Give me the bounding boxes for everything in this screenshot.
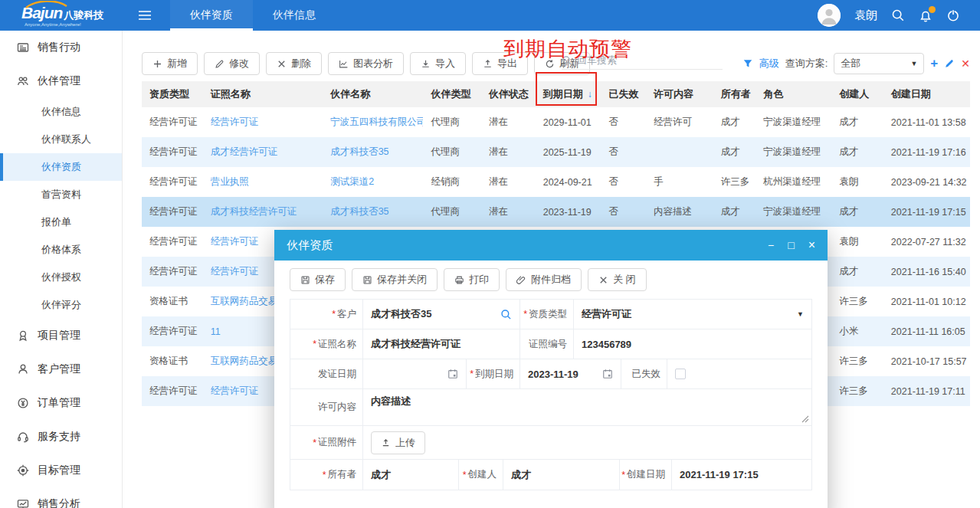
col-header-已失效[interactable]: 已失效 xyxy=(601,81,646,107)
customer-field[interactable]: 成才科技否35 xyxy=(363,300,520,329)
power-icon[interactable] xyxy=(946,8,960,22)
content-textarea[interactable]: 内容描述 xyxy=(363,389,811,425)
图表分析-button[interactable]: 图表分析 xyxy=(328,52,404,75)
search-icon[interactable] xyxy=(891,8,905,22)
issue-date-field[interactable] xyxy=(363,359,467,388)
sidebar-item-服务支持[interactable]: 服务支持 xyxy=(0,420,122,454)
col-header-创建人[interactable]: 创建人 xyxy=(831,81,883,107)
sidebar-item-伙伴联系人[interactable]: 伙伴联系人 xyxy=(0,126,122,153)
修改-button[interactable]: 修改 xyxy=(204,52,260,75)
col-header-角色[interactable]: 角色 xyxy=(755,81,831,107)
edit-scheme-icon[interactable] xyxy=(944,58,955,69)
col-header-所有者[interactable]: 所有者 xyxy=(713,81,756,107)
sidebar-item-销售行动[interactable]: 销售行动 xyxy=(0,31,122,64)
col-header-伙伴类型[interactable]: 伙伴类型 xyxy=(423,81,481,107)
tab-伙伴资质[interactable]: 伙伴资质 xyxy=(170,0,253,31)
sidebar-item-伙伴资质[interactable]: 伙伴资质 xyxy=(0,153,122,181)
sidebar-item-label: 伙伴信息 xyxy=(41,105,81,119)
sidebar-item-伙伴管理[interactable]: 伙伴管理 xyxy=(0,64,122,98)
calendar-icon[interactable] xyxy=(447,369,458,379)
cert-name-field[interactable]: 成才科技经营许可证 xyxy=(363,329,520,359)
table-row[interactable]: 经营许可证经营许可证宁波五四科技有限公司代理商潜在2029-11-01否经营许可… xyxy=(142,107,970,137)
qual-type-select[interactable]: 经营许可证 ▼ xyxy=(574,300,811,329)
modal-保存并关闭-button[interactable]: 保存并关闭 xyxy=(352,268,438,291)
invalid-checkbox[interactable] xyxy=(675,369,686,379)
customer-label: *客户 xyxy=(290,300,363,329)
col-header-伙伴状态[interactable]: 伙伴状态 xyxy=(481,81,536,107)
menu-toggle-icon[interactable] xyxy=(138,10,152,21)
cell-link[interactable]: 经营许可证 xyxy=(203,107,323,137)
lookup-search-icon[interactable] xyxy=(500,309,512,320)
owner-field[interactable]: 成才 xyxy=(363,460,459,490)
cell-link[interactable]: 成才科技否35 xyxy=(323,137,423,167)
sidebar-item-首营资料[interactable]: 首营资料 xyxy=(0,181,122,208)
col-header-许可内容[interactable]: 许可内容 xyxy=(646,81,713,107)
新增-button[interactable]: 新增 xyxy=(142,52,198,75)
modal-打印-button[interactable]: 打印 xyxy=(444,268,500,291)
sidebar-item-客户管理[interactable]: 客户管理 xyxy=(0,352,122,386)
delete-scheme-icon[interactable]: ✕ xyxy=(961,57,970,70)
avatar[interactable] xyxy=(818,4,841,27)
minimize-icon[interactable]: − xyxy=(768,240,774,251)
col-header-证照名称[interactable]: 证照名称 xyxy=(203,81,323,107)
cert-no-field[interactable]: 123456789 xyxy=(574,329,811,359)
col-header-资质类型[interactable]: 资质类型 xyxy=(142,81,203,107)
table-row[interactable]: 经营许可证成才科技经营许可证成才科技否35代理商潜在2023-11-19否内容描… xyxy=(142,197,970,227)
partner-icon xyxy=(17,75,29,87)
col-header-伙伴名称[interactable]: 伙伴名称 xyxy=(323,81,423,107)
sidebar-item-报价单[interactable]: 报价单 xyxy=(0,208,122,236)
导入-button[interactable]: 导入 xyxy=(410,52,466,75)
cell-link[interactable]: 成才科技否35 xyxy=(323,197,423,227)
删除-button[interactable]: 删除 xyxy=(266,52,322,75)
issue-date-label: 发证日期 xyxy=(290,359,363,388)
logo-text-cn: 八骏科技 xyxy=(64,8,103,22)
maximize-icon[interactable]: □ xyxy=(788,240,794,251)
upload-button[interactable]: 上传 xyxy=(371,431,425,454)
sidebar-item-label: 项目管理 xyxy=(38,329,80,342)
cell: 经营许可证 xyxy=(142,257,203,287)
sidebar-item-目标管理[interactable]: 目标管理 xyxy=(0,454,122,487)
modal-保存-button[interactable]: 保存 xyxy=(290,268,346,291)
sidebar-item-伙伴信息[interactable]: 伙伴信息 xyxy=(0,98,122,126)
tab-伙伴信息[interactable]: 伙伴信息 xyxy=(253,0,336,31)
logo-swoosh-icon xyxy=(23,1,69,8)
col-header-创建日期[interactable]: 创建日期 xyxy=(883,81,970,107)
sidebar-item-销售分析[interactable]: 销售分析 xyxy=(0,487,122,508)
sidebar-item-订单管理[interactable]: 订单管理 xyxy=(0,386,122,420)
sidebar-item-label: 销售分析 xyxy=(38,497,80,508)
creator-field[interactable]: 成才 xyxy=(503,460,620,490)
chevron-down-icon: ▼ xyxy=(910,60,917,67)
table-row[interactable]: 经营许可证营业执照测试渠道2经销商潜在2024-09-21否手许三多杭州渠道经理… xyxy=(142,167,970,197)
cell-link[interactable]: 测试渠道2 xyxy=(323,167,423,197)
partner-qualification-modal: 伙伴资质 − □ × 保存保存并关闭打印附件归档关 闭 *客户 成才科技否35 … xyxy=(274,230,828,508)
filter-funnel-icon[interactable] xyxy=(742,58,753,69)
resize-grip-icon[interactable] xyxy=(801,415,809,423)
advanced-search-link[interactable]: 高级 xyxy=(759,57,779,70)
cell: 小米 xyxy=(831,316,883,346)
cell-link[interactable]: 营业执照 xyxy=(203,167,323,197)
table-row[interactable]: 经营许可证成才经营许可证成才科技否35代理商潜在2025-11-19否成才宁波渠… xyxy=(142,137,970,167)
add-scheme-icon[interactable]: + xyxy=(930,56,938,71)
cell: 手 xyxy=(646,167,713,197)
sidebar-item-项目管理[interactable]: 项目管理 xyxy=(0,319,122,352)
sidebar-item-伙伴授权[interactable]: 伙伴授权 xyxy=(0,264,122,291)
user-name[interactable]: 袁朗 xyxy=(854,8,877,23)
query-scheme-select[interactable]: 全部 ▼ xyxy=(834,53,924,74)
attach-icon xyxy=(516,275,526,285)
expire-date-field[interactable]: 2023-11-19 xyxy=(520,359,621,388)
sidebar-item-价格体系[interactable]: 价格体系 xyxy=(0,236,122,264)
modal-附件归档-button[interactable]: 附件归档 xyxy=(506,268,582,291)
sidebar-item-伙伴评分[interactable]: 伙伴评分 xyxy=(0,291,122,319)
calendar-icon[interactable] xyxy=(602,369,613,379)
target-icon xyxy=(17,464,29,477)
cell-link[interactable]: 宁波五四科技有限公司 xyxy=(323,107,423,137)
cell-link[interactable]: 成才经营许可证 xyxy=(203,137,323,167)
notification-bell-icon[interactable] xyxy=(919,8,932,23)
cell-link[interactable]: 成才科技经营许可证 xyxy=(203,197,323,227)
save-icon xyxy=(300,275,310,285)
cell: 许三多 xyxy=(713,167,756,197)
modal-关闭-button[interactable]: 关 闭 xyxy=(588,268,647,291)
close-icon[interactable]: × xyxy=(808,239,815,251)
annotation-highlight-box xyxy=(536,72,597,106)
import-icon xyxy=(421,59,431,69)
